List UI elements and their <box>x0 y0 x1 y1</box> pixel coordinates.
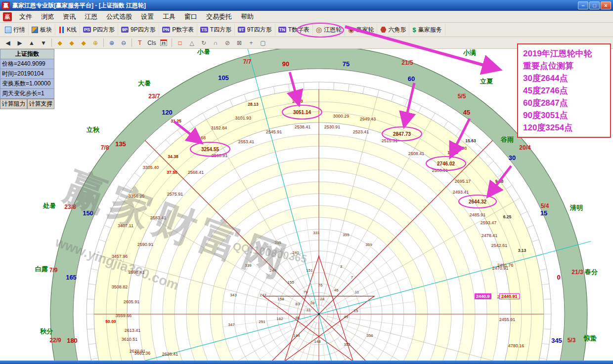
info-panel: 上证指数 价格=2440.9099时间=20190104变换系数=1.00000… <box>0 49 54 109</box>
forward-button[interactable]: ▶ <box>14 38 25 47</box>
menu-bar: 赢 文件浏览资讯江恩公式选股设置工具窗口交易委托帮助 <box>0 11 613 23</box>
toolbar-item-t-square[interactable]: TST四方形 <box>197 24 235 36</box>
kline-label: K线 <box>67 26 77 34</box>
menu-item-4[interactable]: 江恩 <box>80 11 102 23</box>
toolbar-item-gann-wheel[interactable]: ◎江恩轮 <box>313 24 345 36</box>
cls-button-icon: Cls <box>147 40 156 46</box>
winner-wheel-label: 赢家轮 <box>356 26 374 34</box>
annotation-line-5: 60度2847点 <box>523 97 605 109</box>
menu-logo-icon: 赢 <box>3 12 12 21</box>
9p-square-label: 9P四方形 <box>131 26 156 34</box>
menu-item-3[interactable]: 资讯 <box>58 11 80 23</box>
cross-tool[interactable]: + <box>246 38 257 47</box>
back-button[interactable]: ◀ <box>2 38 13 47</box>
toolbar-item-9t-square[interactable]: 9T9T四方形 <box>235 24 275 36</box>
rotate-tool-icon: ↻ <box>201 40 206 46</box>
annotation-line-3: 30度2644点 <box>523 72 605 84</box>
menu-item-10[interactable]: 帮助 <box>236 11 258 23</box>
toolbar-item-winner-service[interactable]: $赢家服务 <box>409 24 445 36</box>
toolbar-separator <box>131 39 132 47</box>
zoom-out-button-icon: ⊖ <box>121 40 126 46</box>
info-row-4: 周天变化步长=1 <box>0 89 54 99</box>
menu-item-7[interactable]: 工具 <box>158 11 180 23</box>
toolbar-item-sectors[interactable]: 板块 <box>29 24 55 36</box>
hexagon-label: 六角形 <box>388 26 406 34</box>
menu-item-5[interactable]: 公式选股 <box>102 11 136 23</box>
toolbar-separator <box>172 39 172 47</box>
bottom-strip <box>0 361 613 364</box>
t-tool[interactable]: T <box>134 38 145 47</box>
menu-item-2[interactable]: 浏览 <box>37 11 58 23</box>
9t-square-icon: 9T <box>238 27 245 33</box>
calc-support-button[interactable]: 计算支撑 <box>27 99 54 109</box>
maximize-button[interactable]: □ <box>589 1 600 9</box>
toolbar-item-winner-wheel[interactable]: ◉赢家轮 <box>345 24 377 36</box>
p-square-icon: PS <box>83 27 91 33</box>
rotate-tool[interactable]: ↻ <box>198 38 209 47</box>
diamond-tool-3[interactable]: ◆ <box>78 38 89 47</box>
up-button[interactable]: ▲ <box>26 38 37 47</box>
window-title: 赢家江恩专业版[赢家服务平台] - [上证指数 江恩轮] <box>12 1 146 10</box>
select-tool[interactable]: ▢ <box>258 38 268 47</box>
winner-wheel-icon: ◉ <box>348 27 354 33</box>
quotes-icon <box>5 27 11 33</box>
back-button-icon: ◀ <box>5 40 10 46</box>
close-button[interactable]: × <box>601 1 611 9</box>
toolbar-separator <box>103 39 104 47</box>
diamond-tool-2[interactable]: ◆ <box>66 38 77 47</box>
toolbar-item-hexagon[interactable]: 六角形 <box>377 24 409 36</box>
region-tool[interactable]: ⊠ <box>234 38 245 47</box>
zoom-in-button-icon: ⊕ <box>109 40 114 46</box>
zoom-in-button[interactable]: ⊕ <box>106 38 117 47</box>
t-table-label: T数字表 <box>288 26 309 34</box>
up-button-icon: ▲ <box>29 40 35 46</box>
toolbar-item-p-square[interactable]: PSP四方形 <box>80 24 118 36</box>
circle-slash-tool[interactable]: ⊘ <box>222 38 233 47</box>
main-toolbar: 行情板块K线PSP四方形9P9P四方形PNP数字表TST四方形9T9T四方形TN… <box>0 23 613 37</box>
diamond-add-tool[interactable]: ⊕ <box>90 38 101 47</box>
toolbar-item-kline[interactable]: K线 <box>55 24 80 36</box>
annotation-line-1: 2019年江恩轮中轮 <box>523 47 605 60</box>
toolbar-item-p-table[interactable]: PNP数字表 <box>159 24 198 36</box>
arc-tool[interactable]: ∩ <box>210 38 221 47</box>
calendar-button-icon: 21 <box>160 40 168 46</box>
select-tool-icon: ▢ <box>260 40 265 46</box>
menu-item-1[interactable]: 文件 <box>15 11 37 23</box>
app-logo-icon: 赢 <box>2 1 10 9</box>
zoom-out-button[interactable]: ⊖ <box>118 38 129 47</box>
cls-button[interactable]: Cls <box>146 38 157 47</box>
kline-icon <box>58 27 65 33</box>
diamond-add-tool-icon: ⊕ <box>93 40 98 46</box>
toolbar-item-quotes[interactable]: 行情 <box>2 24 29 36</box>
down-button[interactable]: ▼ <box>38 38 49 47</box>
toolbar-separator <box>51 39 52 47</box>
minimize-button[interactable]: – <box>578 1 588 9</box>
menu-item-8[interactable]: 窗口 <box>180 11 202 23</box>
triangle-tool-icon: △ <box>189 40 194 46</box>
t-table-icon: TN <box>278 27 286 33</box>
diamond-tool-1[interactable]: ◆ <box>54 38 65 47</box>
gann-wheel-label: 江恩轮 <box>324 26 342 34</box>
rect-tool-icon: □ <box>178 40 181 46</box>
menu-item-6[interactable]: 设置 <box>136 11 158 23</box>
triangle-tool[interactable]: △ <box>186 38 197 47</box>
9t-square-label: 9T四方形 <box>247 26 272 34</box>
menu-item-9[interactable]: 交易委托 <box>202 11 236 23</box>
diamond-tool-2-icon: ◆ <box>69 40 74 46</box>
toolbar-item-t-table[interactable]: TNT数字表 <box>275 24 313 36</box>
annotation-line-6: 90度3051点 <box>523 109 605 121</box>
forward-button-icon: ▶ <box>17 40 22 46</box>
toolbar-item-9p-square[interactable]: 9P9P四方形 <box>118 24 159 36</box>
p-table-icon: PN <box>162 27 171 33</box>
rect-tool[interactable]: □ <box>175 38 185 47</box>
calc-resistance-button[interactable]: 计算阻力 <box>0 99 27 109</box>
region-tool-icon: ⊠ <box>237 40 242 46</box>
calendar-button[interactable]: 21 <box>158 38 169 47</box>
arc-tool-icon: ∩ <box>214 40 218 46</box>
winner-service-label: 赢家服务 <box>418 26 442 34</box>
diamond-tool-3-icon: ◆ <box>81 40 86 46</box>
info-row-1: 价格=2440.9099 <box>0 59 54 69</box>
p-table-label: P数字表 <box>172 26 194 34</box>
p-square-label: P四方形 <box>93 26 115 34</box>
annotation-line-7: 120度3254点 <box>523 121 605 134</box>
